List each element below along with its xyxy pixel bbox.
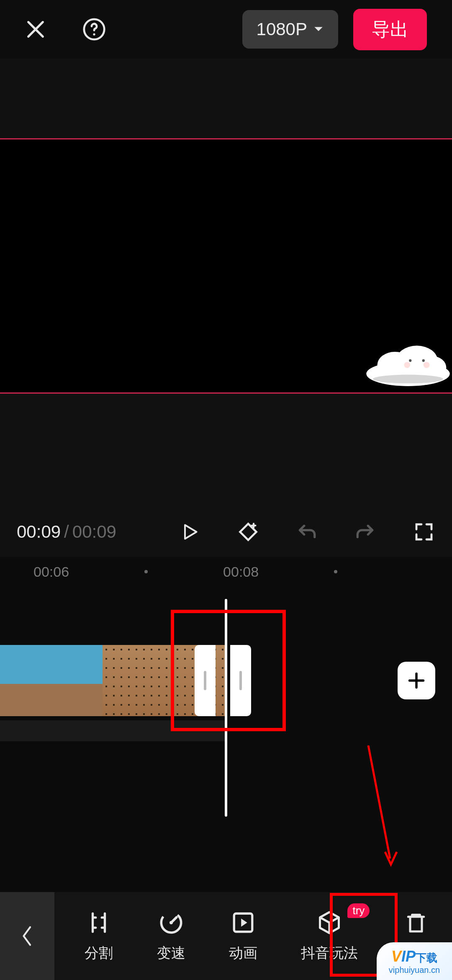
chevron-left-icon	[20, 925, 34, 947]
tool-speed[interactable]: 变速	[157, 909, 185, 963]
svg-point-6	[409, 359, 411, 362]
add-clip-button[interactable]	[398, 662, 435, 699]
svg-point-14	[170, 921, 173, 924]
tool-label: 分割	[85, 944, 113, 963]
undo-icon[interactable]	[295, 521, 318, 543]
split-icon	[85, 909, 112, 936]
svg-line-11	[368, 745, 390, 859]
time-separator: /	[64, 522, 69, 542]
back-button[interactable]	[0, 892, 54, 980]
export-button[interactable]: 导出	[353, 9, 427, 50]
delete-icon	[403, 909, 429, 936]
clip-thumbnail	[38, 645, 103, 716]
svg-point-1	[93, 33, 95, 35]
top-bar: 1080P 导出	[0, 0, 452, 59]
tool-label: 变速	[157, 944, 185, 963]
chevron-down-icon	[313, 26, 324, 33]
redo-icon[interactable]	[354, 521, 377, 543]
clip-thumbnail	[0, 645, 38, 716]
watermark: VIP下载 viphuiyuan.cn	[377, 942, 452, 980]
resolution-label: 1080P	[257, 19, 307, 39]
ruler-tick	[334, 570, 337, 573]
help-icon[interactable]	[80, 15, 109, 44]
svg-point-7	[422, 359, 425, 362]
fullscreen-icon[interactable]	[413, 521, 435, 543]
keyframe-add-icon[interactable]	[237, 521, 259, 543]
tool-label: 动画	[229, 944, 257, 963]
resolution-select[interactable]: 1080P	[242, 10, 338, 49]
timeline[interactable]: 00:06 00:08	[0, 557, 452, 892]
export-label: 导出	[372, 19, 408, 39]
ruler-mark: 00:06	[33, 564, 69, 580]
close-icon[interactable]	[21, 15, 50, 44]
total-time: 00:09	[72, 522, 116, 542]
timeline-ruler: 00:06 00:08	[0, 557, 452, 586]
preview-area: 00:09 / 00:09	[0, 59, 452, 557]
top-left-group	[21, 15, 109, 44]
animation-icon	[230, 909, 257, 936]
tool-animation[interactable]: 动画	[229, 909, 257, 963]
watermark-url: viphuiyuan.cn	[389, 965, 440, 975]
annotation-arrow-icon	[364, 745, 398, 871]
speed-icon	[158, 909, 185, 936]
play-icon[interactable]	[178, 521, 201, 543]
clip-thumbnail	[103, 645, 174, 716]
current-time: 00:09	[17, 522, 61, 542]
playback-bar: 00:09 / 00:09	[0, 507, 452, 557]
ruler-mark: 00:08	[223, 564, 259, 580]
annotation-clip-highlight	[171, 610, 286, 731]
svg-point-10	[373, 375, 443, 384]
preview-canvas[interactable]	[0, 138, 452, 394]
svg-point-8	[404, 362, 411, 368]
top-right-group: 1080P 导出	[242, 9, 427, 50]
tool-split[interactable]: 分割	[85, 909, 113, 963]
ruler-tick	[144, 570, 148, 573]
svg-point-9	[424, 362, 430, 368]
watermark-brand: VIP下载	[391, 948, 437, 965]
cloud-sticker-icon	[364, 343, 452, 389]
